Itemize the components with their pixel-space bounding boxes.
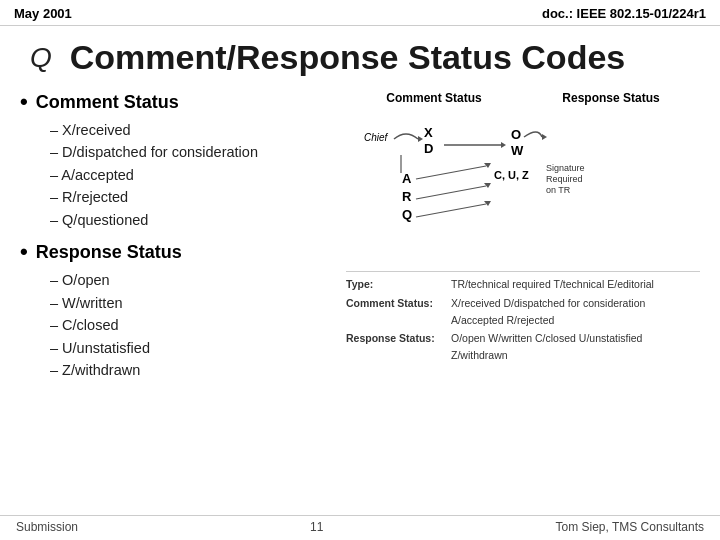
type-row: Type: TR/technical required T/technical …	[346, 276, 700, 293]
svg-marker-13	[484, 163, 491, 168]
list-item: Z/withdrawn	[50, 359, 330, 381]
title-row: Q Comment/Response Status Codes	[0, 26, 720, 87]
svg-text:W: W	[511, 143, 524, 158]
comment-status-label: Comment Status	[36, 92, 179, 113]
diagram-col1: Comment Status	[386, 91, 481, 105]
header-doc: doc.: IEEE 802.15-01/224r1	[542, 6, 706, 21]
left-panel: • Comment Status X/received D/dispatched…	[20, 91, 340, 392]
svg-marker-1	[418, 136, 423, 142]
list-item: X/received	[50, 119, 330, 141]
response-status-info-label: Response Status:	[346, 330, 451, 364]
q-label: Q	[30, 42, 52, 74]
svg-marker-8	[542, 134, 547, 140]
diagram-col2: Response Status	[562, 91, 659, 105]
slide-footer: Submission 11 Tom Siep, TMS Consultants	[0, 515, 720, 534]
svg-line-16	[416, 204, 486, 217]
response-status-label: Response Status	[36, 242, 182, 263]
slide-title: Comment/Response Status Codes	[70, 38, 625, 77]
list-item: U/unstatisfied	[50, 337, 330, 359]
type-label: Type:	[346, 276, 451, 293]
list-item: R/rejected	[50, 186, 330, 208]
type-value: TR/technical required T/technical E/edit…	[451, 276, 654, 293]
svg-text:Signature: Signature	[546, 163, 585, 173]
response-status-list: O/open W/written C/closed U/unstatisfied…	[20, 269, 330, 381]
content-area: • Comment Status X/received D/dispatched…	[0, 91, 720, 392]
svg-marker-17	[484, 201, 491, 206]
svg-text:O: O	[511, 127, 521, 142]
list-item: Q/questioned	[50, 209, 330, 231]
response-status-info-value: O/open W/written C/closed U/unstatisfied…	[451, 330, 700, 364]
list-item: O/open	[50, 269, 330, 291]
comment-status-list: X/received D/dispatched for consideratio…	[20, 119, 330, 231]
svg-text:C, U, Z: C, U, Z	[494, 169, 529, 181]
svg-line-14	[416, 186, 486, 199]
comment-status-heading: • Comment Status	[20, 91, 330, 113]
bullet-response: •	[20, 241, 28, 263]
response-status-row: Response Status: O/open W/written C/clos…	[346, 330, 700, 364]
list-item: D/dispatched for consideration	[50, 141, 330, 163]
footer-center: 11	[310, 520, 323, 534]
comment-status-info-label: Comment Status:	[346, 295, 451, 329]
list-item: C/closed	[50, 314, 330, 336]
comment-status-row: Comment Status: X/received D/dispatched …	[346, 295, 700, 329]
svg-text:Q: Q	[402, 207, 412, 222]
list-item: A/accepted	[50, 164, 330, 186]
diagram-svg: Chief X D O W A R Q	[346, 111, 646, 261]
svg-text:D: D	[424, 141, 433, 156]
response-status-heading: • Response Status	[20, 241, 330, 263]
comment-status-info-value: X/received D/dispatched for consideratio…	[451, 295, 700, 329]
footer-left: Submission	[16, 520, 78, 534]
svg-text:R: R	[402, 189, 412, 204]
list-item: W/written	[50, 292, 330, 314]
header-date: May 2001	[14, 6, 72, 21]
info-block: Type: TR/technical required T/technical …	[346, 271, 700, 364]
svg-text:X: X	[424, 125, 433, 140]
svg-marker-15	[484, 183, 491, 188]
svg-text:Required: Required	[546, 174, 583, 184]
svg-text:A: A	[402, 171, 412, 186]
right-panel: Comment Status Response Status Chief X D…	[340, 91, 700, 392]
svg-marker-5	[501, 142, 506, 148]
footer-right: Tom Siep, TMS Consultants	[555, 520, 704, 534]
svg-text:Chief: Chief	[364, 132, 389, 143]
slide-header: May 2001 doc.: IEEE 802.15-01/224r1	[0, 0, 720, 26]
bullet-comment: •	[20, 91, 28, 113]
svg-line-12	[416, 166, 486, 179]
svg-text:on TR: on TR	[546, 185, 571, 195]
diagram-col-labels: Comment Status Response Status	[346, 91, 700, 105]
